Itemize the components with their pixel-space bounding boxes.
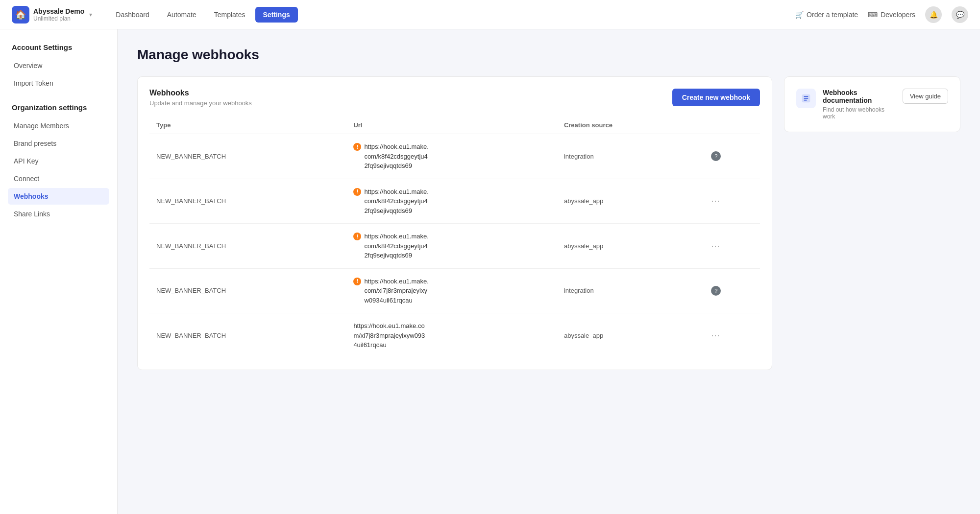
webhook-actions-cell: ? xyxy=(704,268,760,313)
webhook-source-cell: abyssale_app xyxy=(557,313,704,358)
webhook-type-cell: NEW_BANNER_BATCH xyxy=(149,179,346,224)
webhook-source-cell: integration xyxy=(557,268,704,313)
more-options-icon[interactable]: ··· xyxy=(711,241,720,251)
notification-button[interactable]: 🔔 xyxy=(925,6,942,23)
warning-icon: ! xyxy=(353,143,361,151)
webhook-source-cell: abyssale_app xyxy=(557,179,704,224)
table-row: NEW_BANNER_BATCH!https://hook.eu1.make. … xyxy=(149,134,760,179)
create-webhook-button[interactable]: Create new webhook xyxy=(672,89,760,106)
warning-icon: ! xyxy=(353,233,361,240)
brand-name: Abyssale Demo xyxy=(33,7,84,15)
user-avatar-button[interactable]: 💬 xyxy=(952,6,968,23)
webhook-actions-cell: ··· xyxy=(704,313,760,358)
sidebar-item-brand-presets[interactable]: Brand presets xyxy=(8,135,109,152)
nav-tab-settings[interactable]: Settings xyxy=(255,7,298,23)
view-guide-button[interactable]: View guide xyxy=(903,89,948,104)
brand-section[interactable]: 🏠 Abyssale Demo Unlimited plan ▾ xyxy=(12,6,92,23)
col-type: Type xyxy=(149,117,346,134)
brand-plan: Unlimited plan xyxy=(33,15,84,22)
sidebar-item-manage-members[interactable]: Manage Members xyxy=(8,117,109,134)
brand-icon: 🏠 xyxy=(12,6,29,23)
topbar-right: 🛒 Order a template ⌨ Developers 🔔 💬 xyxy=(795,6,968,23)
order-label: Order a template xyxy=(807,11,858,19)
app-layout: Account Settings Overview Import Token O… xyxy=(0,29,980,514)
table-row: NEW_BANNER_BATCH!https://hook.eu1.make. … xyxy=(149,268,760,313)
developers-label: Developers xyxy=(881,11,915,19)
developers-link[interactable]: ⌨ Developers xyxy=(868,11,915,19)
main-nav: Dashboard Automate Templates Settings xyxy=(108,7,795,23)
nav-tab-automate[interactable]: Automate xyxy=(159,7,204,23)
cart-icon: 🛒 xyxy=(795,11,804,19)
nav-tab-dashboard[interactable]: Dashboard xyxy=(108,7,157,23)
webhooks-card-subtitle: Update and manage your webhooks xyxy=(149,99,252,107)
more-options-icon[interactable]: ··· xyxy=(711,330,720,341)
webhook-url-cell: https://hook.eu1.make.co m/xl7j8r3mpraje… xyxy=(346,313,557,358)
sidebar-item-connect[interactable]: Connect xyxy=(8,170,109,187)
webhook-source-cell: abyssale_app xyxy=(557,224,704,269)
webhook-source-cell: integration xyxy=(557,134,704,179)
warning-icon: ! xyxy=(353,188,361,196)
docs-info: Webhooks documentation Find out how webh… xyxy=(823,89,896,120)
webhook-url-cell: !https://hook.eu1.make. com/k8f42cdsggey… xyxy=(346,179,557,224)
table-header-row: Type Url Creation source xyxy=(149,117,760,134)
warning-icon: ! xyxy=(353,278,361,285)
sidebar-item-import-token[interactable]: Import Token xyxy=(8,75,109,92)
table-row: NEW_BANNER_BATCH!https://hook.eu1.make. … xyxy=(149,224,760,269)
chevron-down-icon: ▾ xyxy=(89,11,92,18)
page-title: Manage webhooks xyxy=(137,47,960,63)
webhooks-table: Type Url Creation source NEW_BANNER_BATC… xyxy=(149,117,760,358)
webhook-type-cell: NEW_BANNER_BATCH xyxy=(149,134,346,179)
webhook-url-text: https://hook.eu1.make. com/k8f42cdsggeyt… xyxy=(364,142,429,171)
more-options-icon[interactable]: ··· xyxy=(711,196,720,206)
webhooks-card-title: Webhooks xyxy=(149,89,252,97)
docs-subtitle: Find out how webhooks work xyxy=(823,106,896,120)
help-icon[interactable]: ? xyxy=(711,286,721,296)
col-source: Creation source xyxy=(557,117,704,134)
main-content: Manage webhooks Webhooks Update and mana… xyxy=(118,29,980,514)
webhooks-layout: Webhooks Update and manage your webhooks… xyxy=(137,76,960,370)
docs-icon xyxy=(796,89,816,108)
sidebar: Account Settings Overview Import Token O… xyxy=(0,29,118,514)
sidebar-item-webhooks[interactable]: Webhooks xyxy=(8,188,109,205)
table-row: NEW_BANNER_BATCHhttps://hook.eu1.make.co… xyxy=(149,313,760,358)
webhook-actions-cell: ··· xyxy=(704,224,760,269)
terminal-icon: ⌨ xyxy=(868,11,878,19)
sidebar-item-share-links[interactable]: Share Links xyxy=(8,206,109,222)
webhook-type-cell: NEW_BANNER_BATCH xyxy=(149,313,346,358)
webhook-docs-icon xyxy=(801,93,811,104)
sidebar-item-overview[interactable]: Overview xyxy=(8,57,109,74)
webhook-actions-cell: ··· xyxy=(704,179,760,224)
nav-tab-templates[interactable]: Templates xyxy=(206,7,253,23)
sidebar-item-api-key[interactable]: API Key xyxy=(8,153,109,169)
webhook-type-cell: NEW_BANNER_BATCH xyxy=(149,268,346,313)
brand-info: Abyssale Demo Unlimited plan xyxy=(33,7,84,22)
docs-card: Webhooks documentation Find out how webh… xyxy=(784,76,960,132)
order-template-link[interactable]: 🛒 Order a template xyxy=(795,11,858,19)
webhook-url-text: https://hook.eu1.make. com/k8f42cdsggeyt… xyxy=(364,187,429,216)
webhook-url-text: https://hook.eu1.make.co m/xl7j8r3mpraje… xyxy=(353,321,425,350)
webhook-url-text: https://hook.eu1.make. com/k8f42cdsggeyt… xyxy=(364,232,429,260)
webhook-url-cell: !https://hook.eu1.make. com/xl7j8r3mpraj… xyxy=(346,268,557,313)
help-icon[interactable]: ? xyxy=(711,151,721,161)
webhook-url-text: https://hook.eu1.make. com/xl7j8r3mpraje… xyxy=(364,277,429,305)
table-row: NEW_BANNER_BATCH!https://hook.eu1.make. … xyxy=(149,179,760,224)
webhooks-card: Webhooks Update and manage your webhooks… xyxy=(137,76,772,370)
webhook-url-cell: !https://hook.eu1.make. com/k8f42cdsggey… xyxy=(346,224,557,269)
webhook-type-cell: NEW_BANNER_BATCH xyxy=(149,224,346,269)
webhooks-card-header: Webhooks Update and manage your webhooks… xyxy=(149,89,760,107)
org-settings-title: Organization settings xyxy=(8,103,109,112)
topbar: 🏠 Abyssale Demo Unlimited plan ▾ Dashboa… xyxy=(0,0,980,29)
webhook-actions-cell: ? xyxy=(704,134,760,179)
webhooks-card-title-group: Webhooks Update and manage your webhooks xyxy=(149,89,252,107)
col-actions xyxy=(704,117,760,134)
docs-title: Webhooks documentation xyxy=(823,89,896,104)
col-url: Url xyxy=(346,117,557,134)
webhook-url-cell: !https://hook.eu1.make. com/k8f42cdsggey… xyxy=(346,134,557,179)
docs-card-inner: Webhooks documentation Find out how webh… xyxy=(796,89,948,120)
account-settings-title: Account Settings xyxy=(8,43,109,51)
